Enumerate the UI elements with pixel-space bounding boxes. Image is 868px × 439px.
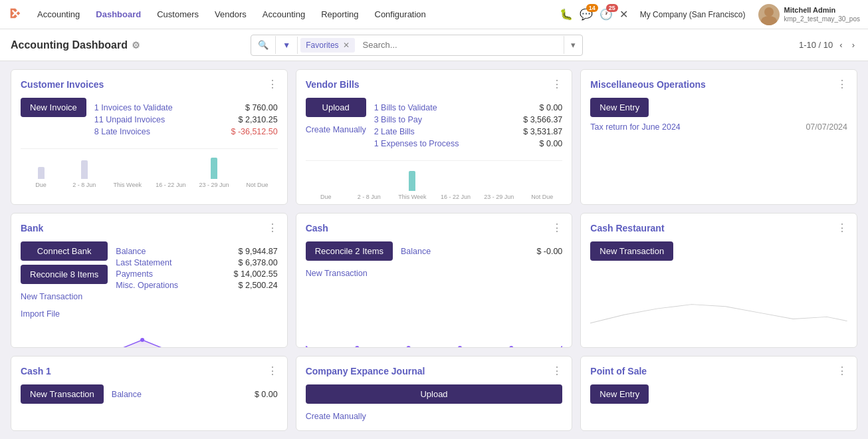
customer-invoices-card: Customer Invoices ⋮ New Invoice 1 Invoic… (11, 69, 288, 205)
late-bills-link[interactable]: 2 Late Bills (374, 127, 415, 136)
vendor-upload-btn[interactable]: Upload (306, 98, 366, 117)
nav-accounting[interactable]: Accounting (31, 7, 86, 22)
cash1-card: Cash 1 ⋮ New Transaction Balance $ 0.00 (11, 356, 288, 431)
bank-menu[interactable]: ⋮ (267, 223, 278, 233)
cash-new-transaction-link[interactable]: New Transaction (306, 269, 393, 278)
cash-line-chart (306, 318, 563, 349)
misc-operations-menu[interactable]: ⋮ (837, 79, 847, 90)
invoice-row-3: 8 Late Invoices $ -36,512.50 (94, 127, 278, 136)
nav-configuration[interactable]: Configuration (368, 7, 433, 22)
cash1-new-transaction-btn[interactable]: New Transaction (21, 384, 104, 404)
company-expance-card: Company Expance Journal ⋮ Upload Create … (296, 356, 573, 431)
customer-invoices-chart: Due 2 - 8 Jun This Week 16 - 22 Jun 23 -… (21, 148, 278, 188)
activity-icon-btn[interactable]: 🕐 25 (599, 8, 613, 21)
bills-to-validate-link[interactable]: 1 Bills to Validate (374, 103, 437, 112)
nav-accounting2[interactable]: Accounting (256, 7, 312, 22)
filter-icon-btn[interactable]: ▼ (276, 37, 298, 54)
company-name: My Company (San Francisco) (640, 10, 746, 19)
invoices-to-validate-amount: $ 760.00 (245, 103, 278, 112)
customer-invoices-title: Customer Invoices (21, 79, 104, 90)
reconcile-8-btn[interactable]: Reconcile 8 Items (21, 265, 108, 284)
favorites-remove-btn[interactable]: ✕ (343, 41, 350, 50)
svg-point-10 (355, 346, 359, 349)
tax-return-link[interactable]: Tax return for June 2024 (590, 122, 681, 132)
invoices-to-validate-link[interactable]: 1 Invoices to Validate (94, 103, 173, 112)
vendor-bills-menu[interactable]: ⋮ (552, 79, 562, 90)
bank-title: Bank (21, 223, 43, 233)
point-of-sale-card: Point of Sale ⋮ New Entry (580, 356, 857, 431)
point-of-sale-menu[interactable]: ⋮ (837, 366, 847, 376)
cash-restaurant-menu[interactable]: ⋮ (837, 223, 847, 233)
search-input[interactable] (358, 36, 564, 54)
nav-vendors[interactable]: Vendors (208, 7, 253, 22)
user-sub: kmp_2_test_may_30_pos (784, 15, 860, 23)
cash1-menu[interactable]: ⋮ (267, 366, 278, 376)
next-page-btn[interactable]: › (849, 37, 857, 53)
company-expance-title: Company Expance Journal (306, 366, 425, 376)
app-logo[interactable] (8, 6, 23, 23)
bills-to-pay-link[interactable]: 3 Bills to Pay (374, 115, 422, 124)
svg-point-14 (560, 346, 562, 349)
nav-reporting[interactable]: Reporting (314, 7, 365, 22)
bills-validate-row: 1 Bills to Validate $ 0.00 (374, 103, 563, 112)
cash-title: Cash (306, 223, 328, 233)
user-avatar (758, 4, 780, 25)
pagination: 1-10 / 10 ‹ › (799, 37, 857, 53)
search-dropdown-btn[interactable]: ▾ (564, 36, 582, 54)
bank-import-file-link[interactable]: Import File (21, 309, 108, 319)
new-entry-misc-btn[interactable]: New Entry (590, 98, 649, 117)
bank-line-chart (21, 327, 278, 349)
search-icon[interactable]: 🔍 (251, 36, 276, 54)
point-of-sale-title: Point of Sale (590, 366, 647, 376)
nav-dashboard[interactable]: Dashboard (89, 7, 148, 22)
bank-new-transaction-link[interactable]: New Transaction (21, 292, 108, 301)
svg-point-0 (764, 7, 774, 17)
cash-menu[interactable]: ⋮ (552, 223, 562, 233)
dashboard-grid: Customer Invoices ⋮ New Invoice 1 Invoic… (0, 61, 868, 439)
nav-customers[interactable]: Customers (150, 7, 205, 22)
invoice-row-1: 1 Invoices to Validate $ 760.00 (94, 103, 278, 112)
cash-restaurant-card: Cash Restaurant ⋮ New Transaction (580, 213, 857, 349)
company-expance-upload-btn[interactable]: Upload (306, 384, 563, 404)
search-bar: 🔍 ▼ Favorites ✕ ▾ (251, 35, 583, 56)
vendor-bills-title: Vendor Bills (306, 79, 360, 90)
user-info: Mitchell Admin kmp_2_test_may_30_pos (784, 5, 860, 23)
bug-icon-btn[interactable]: 🐛 (560, 8, 573, 21)
bank-stats: Balance$ 9,944.87 Last Statement$ 6,378.… (116, 247, 277, 319)
cash-restaurant-new-transaction-btn[interactable]: New Transaction (590, 241, 673, 261)
late-bills-row: 2 Late Bills $ 3,531.87 (374, 127, 563, 136)
pagination-text: 1-10 / 10 (799, 40, 833, 50)
cash1-title: Cash 1 (21, 366, 51, 376)
connect-bank-btn[interactable]: Connect Bank (21, 241, 108, 261)
svg-point-11 (406, 346, 410, 349)
vendor-create-manually-link[interactable]: Create Manually (306, 125, 366, 134)
cash-balance: Balance $ -0.00 (401, 241, 562, 278)
reconcile-2-btn[interactable]: Reconcile 2 Items (306, 241, 393, 261)
company-expance-menu[interactable]: ⋮ (552, 366, 562, 376)
user-menu[interactable]: Mitchell Admin kmp_2_test_may_30_pos (758, 4, 860, 25)
expenses-link[interactable]: 1 Expenses to Process (374, 139, 459, 148)
top-navigation: Accounting Dashboard Customers Vendors A… (0, 0, 868, 29)
apps-icon-btn[interactable]: ✕ (619, 8, 628, 21)
bank-card: Bank ⋮ Connect Bank Reconcile 8 Items Ne… (11, 213, 288, 349)
favorites-label: Favorites (306, 41, 338, 50)
vendor-bills-card: Vendor Bills ⋮ Upload Create Manually 1 … (296, 69, 573, 205)
tax-return-row: Tax return for June 2024 07/07/2024 (590, 122, 847, 132)
new-invoice-btn[interactable]: New Invoice (21, 98, 86, 117)
svg-point-5 (140, 338, 144, 342)
expenses-row: 1 Expenses to Process $ 0.00 (374, 139, 563, 148)
late-invoices-link[interactable]: 8 Late Invoices (94, 127, 150, 136)
settings-gear-icon[interactable]: ⚙ (132, 40, 140, 51)
company-expance-create-manually-link[interactable]: Create Manually (306, 412, 563, 421)
svg-point-13 (509, 346, 513, 349)
cash-restaurant-title: Cash Restaurant (590, 223, 664, 233)
prev-page-btn[interactable]: ‹ (837, 37, 845, 53)
point-of-sale-new-entry-btn[interactable]: New Entry (590, 384, 649, 404)
customer-invoices-list: 1 Invoices to Validate $ 760.00 11 Unpai… (94, 103, 278, 139)
svg-point-9 (306, 346, 308, 349)
unpaid-invoices-link[interactable]: 11 Unpaid Invoices (94, 115, 165, 124)
chat-badge: 14 (586, 4, 598, 12)
chat-icon-btn[interactable]: 💬 14 (580, 8, 593, 21)
customer-invoices-menu[interactable]: ⋮ (267, 79, 278, 90)
misc-operations-title: Miscellaneous Operations (590, 79, 706, 90)
